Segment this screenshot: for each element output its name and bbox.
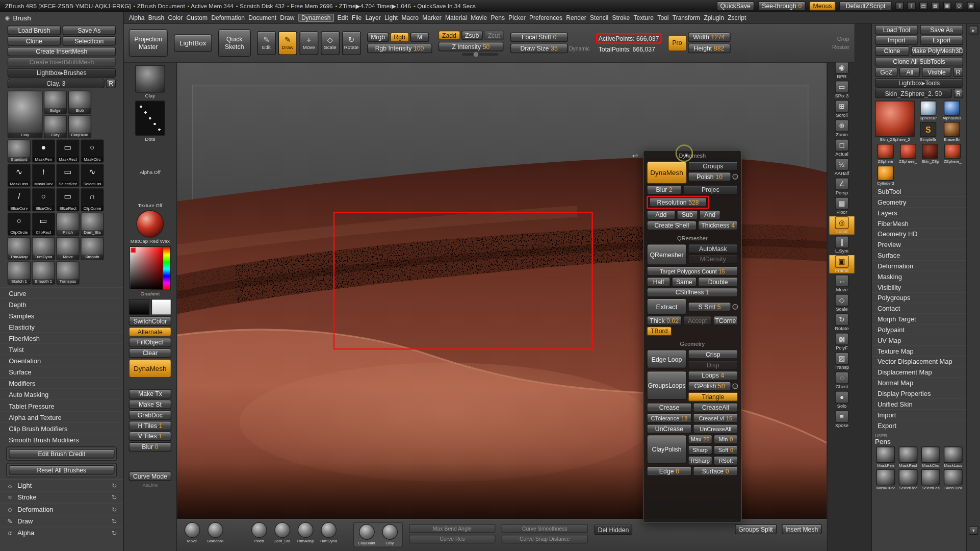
tool-subpalette[interactable]: Unified Skin <box>872 398 966 409</box>
brush-thumbnail[interactable]: TrimDyna <box>32 237 55 260</box>
menu-item[interactable]: Stroke <box>612 14 630 21</box>
recent-tool-thumbnail[interactable]: ZSphere_ <box>942 144 963 164</box>
pen-thumbnail[interactable]: MaskCurv <box>875 469 896 490</box>
pen-thumbnail[interactable]: SliceCurv <box>942 469 964 490</box>
blur-slider[interactable]: Blur 2 <box>647 185 682 194</box>
dynamic-label[interactable]: Dynamic <box>569 45 590 52</box>
recent-tool-thumbnail[interactable]: Skin_ZSp <box>920 144 941 164</box>
tool-thumbnail[interactable]: EraserBr <box>941 122 963 142</box>
creaselvl-slider[interactable]: CreaseLvl 15 <box>693 413 738 422</box>
tool-subpalette[interactable]: Geometry HD <box>872 228 966 239</box>
brush-thumbnail[interactable]: ▭ SliceRect <box>56 188 79 211</box>
focal-shift-slider[interactable]: Focal Shift 0 <box>510 33 568 42</box>
tool-subpalette[interactable]: Normal Map <box>872 377 966 388</box>
recent-tool-thumbnail[interactable]: ZSphere_ <box>897 144 918 164</box>
pen-thumbnail[interactable]: MaskCirc <box>920 446 941 468</box>
claypolish-max-slider[interactable]: Max 25 <box>688 435 712 444</box>
paint-mode-button[interactable]: Rgb <box>390 33 409 42</box>
soft-slider[interactable]: Soft 0 <box>714 445 738 455</box>
tray-resize-icon[interactable]: ▾ <box>969 526 978 535</box>
left-tray-toggle-icon[interactable]: ‖ <box>895 2 904 10</box>
make-polymesh3d-button[interactable]: Make PolyMesh3D <box>911 46 963 56</box>
mode-button[interactable]: + Move <box>299 31 318 55</box>
switchcolor-button[interactable]: SwitchColor <box>129 316 171 325</box>
menu-item[interactable]: Dynamesh <box>298 13 334 21</box>
stroke-type-thumbnail[interactable] <box>135 101 165 136</box>
disp-toggle[interactable]: Disp <box>688 360 738 369</box>
right-shelf-button[interactable]: ◇ Scale <box>829 294 854 312</box>
menu-item[interactable]: Brush <box>148 14 164 21</box>
recent-tool-thumbnail[interactable]: ZSphere <box>875 144 896 164</box>
load-tool-button[interactable]: Load Tool <box>875 25 918 34</box>
menu-item[interactable]: Picker <box>508 14 525 21</box>
create-shell-button[interactable]: Create Shell <box>647 221 697 230</box>
palette-cycle-icon[interactable]: ↻ <box>112 506 117 512</box>
same-button[interactable]: Same <box>672 277 697 286</box>
see-through-slider[interactable]: See-through 0 <box>758 1 806 10</box>
docked-palette[interactable]: ✎ Draw ↻ <box>0 515 123 527</box>
pen-thumbnail[interactable]: MaskPen <box>875 446 896 468</box>
brush-thumbnail[interactable]: ○ SliceCirc <box>32 188 55 211</box>
accept-button[interactable]: Accept <box>683 316 711 325</box>
palette-cycle-icon[interactable]: ↻ <box>112 494 117 500</box>
crease-button[interactable]: Crease <box>647 403 691 412</box>
brush-thumbnail[interactable]: Transpos <box>56 261 79 284</box>
main-color-swatch[interactable] <box>129 299 149 315</box>
tool-subpalette[interactable]: Surface <box>872 249 966 260</box>
mdensity-toggle[interactable]: MDensity <box>688 255 738 264</box>
brush-thumbnail[interactable]: ∿ SelectLas <box>81 164 104 187</box>
creaseall-button[interactable]: CreaseAll <box>693 403 738 412</box>
menu-item[interactable]: Render <box>566 14 586 21</box>
dynamesh-group-header[interactable]: Dynamesh <box>646 152 739 160</box>
tool-subpalette[interactable]: Visibility <box>872 282 966 292</box>
polish-mode-toggle[interactable] <box>732 174 738 180</box>
tool-thumbnail[interactable]: AlphaBrus <box>941 101 963 120</box>
del-hidden-button[interactable]: Del Hidden <box>594 525 632 535</box>
alpha-off-label[interactable]: Alpha Off <box>124 169 176 175</box>
right-shelf-button[interactable]: ▩ PolyF <box>829 333 854 351</box>
and-toggle[interactable]: And <box>699 210 720 219</box>
uncreaseall-button[interactable]: UnCreaseAll <box>693 424 738 433</box>
menu-item[interactable]: File <box>352 14 362 21</box>
menu-item[interactable]: Marker <box>422 14 441 21</box>
right-shelf-button[interactable]: ◌ Ghost <box>829 371 854 390</box>
brush-thumbnail[interactable]: ○ ClipCircle <box>8 213 31 236</box>
tool-subpalette[interactable]: UV Map <box>872 335 966 345</box>
brush-thumbnail[interactable]: Bulge <box>44 91 67 114</box>
groups-split-button[interactable]: Groups Split <box>735 524 777 534</box>
gpolish-mode-toggle[interactable] <box>732 383 738 389</box>
quick-brush-button[interactable]: TrimDyna <box>318 522 338 544</box>
half-button[interactable]: Half <box>647 277 670 286</box>
add-toggle[interactable]: Add <box>647 210 675 219</box>
h-tiles-slider[interactable]: H Tiles 1 <box>129 421 171 430</box>
tool-subpalette[interactable]: Geometry <box>872 196 966 207</box>
menu-item[interactable]: Custom <box>187 14 208 21</box>
color-picker[interactable] <box>130 246 171 290</box>
menus-button[interactable]: Menus <box>809 1 836 10</box>
export-tool-button[interactable]: Export <box>920 36 963 45</box>
lightbox-tools-button[interactable]: Lightbox▸Tools <box>875 78 963 87</box>
hue-strip[interactable] <box>163 247 170 289</box>
goz-all-button[interactable]: All <box>899 67 920 77</box>
brush-thumbnail[interactable]: TrimAdap <box>8 237 31 260</box>
doc-width-slider[interactable]: Width 1274 <box>688 33 730 42</box>
edit-brush-credit-button[interactable]: Edit Brush Credit <box>9 449 114 458</box>
right-shelf-button[interactable]: ◻ Actual <box>829 139 854 157</box>
crop-button[interactable]: Crop <box>832 36 849 42</box>
edge-slider[interactable]: Edge 0 <box>647 467 691 476</box>
project-toggle[interactable]: Projec <box>683 185 738 194</box>
cylinder-tool-thumbnail[interactable]: Cylinder3 <box>875 166 896 186</box>
sub-toggle[interactable]: Sub <box>677 210 698 219</box>
brush-thumbnail[interactable]: ClayBuild <box>68 115 91 138</box>
z-intensity-slider[interactable]: Z Intensity 50 <box>439 42 504 51</box>
quick-sketch-button[interactable]: Quick Sketch <box>218 29 251 57</box>
brush-thumbnail[interactable]: Move <box>56 237 79 260</box>
secondary-color-swatch[interactable] <box>151 299 171 315</box>
panel-restore-icon[interactable]: ↩ <box>632 152 638 160</box>
right-shelf-button[interactable]: ↻ Rotate <box>829 313 854 332</box>
target-polygons-slider[interactable]: Target Polygons Count 15 <box>647 266 738 276</box>
texture-off-label[interactable]: Texture Off <box>124 203 176 208</box>
tool-subpalette[interactable]: Import <box>872 409 966 420</box>
tool-subpalette[interactable]: SubTool <box>872 186 966 196</box>
right-shelf-button[interactable]: ▨ Transp <box>829 352 854 370</box>
